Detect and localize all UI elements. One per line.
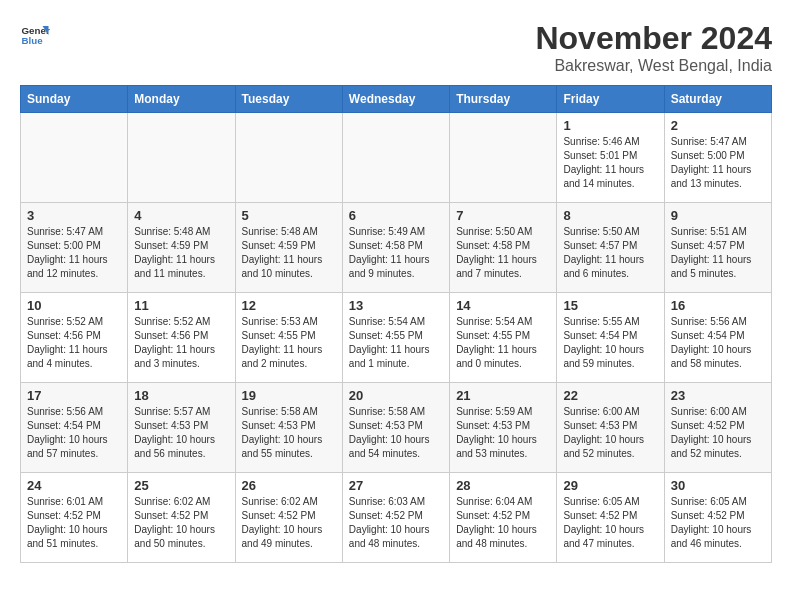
table-row: 18Sunrise: 5:57 AMSunset: 4:53 PMDayligh…: [128, 383, 235, 473]
day-info: Sunrise: 6:03 AMSunset: 4:52 PMDaylight:…: [349, 495, 443, 551]
table-row: 22Sunrise: 6:00 AMSunset: 4:53 PMDayligh…: [557, 383, 664, 473]
day-info: Sunrise: 6:02 AMSunset: 4:52 PMDaylight:…: [242, 495, 336, 551]
table-row: 24Sunrise: 6:01 AMSunset: 4:52 PMDayligh…: [21, 473, 128, 563]
table-row: 4Sunrise: 5:48 AMSunset: 4:59 PMDaylight…: [128, 203, 235, 293]
table-row: 8Sunrise: 5:50 AMSunset: 4:57 PMDaylight…: [557, 203, 664, 293]
day-number: 25: [134, 478, 228, 493]
day-number: 19: [242, 388, 336, 403]
table-row: [21, 113, 128, 203]
table-row: 10Sunrise: 5:52 AMSunset: 4:56 PMDayligh…: [21, 293, 128, 383]
day-number: 5: [242, 208, 336, 223]
day-info: Sunrise: 5:47 AMSunset: 5:00 PMDaylight:…: [27, 225, 121, 281]
calendar-header-row: Sunday Monday Tuesday Wednesday Thursday…: [21, 86, 772, 113]
day-number: 7: [456, 208, 550, 223]
table-row: 11Sunrise: 5:52 AMSunset: 4:56 PMDayligh…: [128, 293, 235, 383]
day-number: 26: [242, 478, 336, 493]
day-info: Sunrise: 5:57 AMSunset: 4:53 PMDaylight:…: [134, 405, 228, 461]
day-info: Sunrise: 5:49 AMSunset: 4:58 PMDaylight:…: [349, 225, 443, 281]
page-header: General Blue November 2024 Bakreswar, We…: [20, 20, 772, 75]
logo: General Blue: [20, 20, 50, 50]
location-title: Bakreswar, West Bengal, India: [535, 57, 772, 75]
day-number: 27: [349, 478, 443, 493]
day-info: Sunrise: 6:04 AMSunset: 4:52 PMDaylight:…: [456, 495, 550, 551]
day-info: Sunrise: 6:00 AMSunset: 4:52 PMDaylight:…: [671, 405, 765, 461]
day-info: Sunrise: 5:56 AMSunset: 4:54 PMDaylight:…: [27, 405, 121, 461]
day-info: Sunrise: 5:54 AMSunset: 4:55 PMDaylight:…: [349, 315, 443, 371]
day-info: Sunrise: 5:48 AMSunset: 4:59 PMDaylight:…: [134, 225, 228, 281]
day-info: Sunrise: 5:46 AMSunset: 5:01 PMDaylight:…: [563, 135, 657, 191]
calendar-table: Sunday Monday Tuesday Wednesday Thursday…: [20, 85, 772, 563]
day-info: Sunrise: 5:47 AMSunset: 5:00 PMDaylight:…: [671, 135, 765, 191]
header-tuesday: Tuesday: [235, 86, 342, 113]
svg-text:Blue: Blue: [22, 35, 44, 46]
calendar-week-row: 17Sunrise: 5:56 AMSunset: 4:54 PMDayligh…: [21, 383, 772, 473]
day-number: 8: [563, 208, 657, 223]
day-info: Sunrise: 5:51 AMSunset: 4:57 PMDaylight:…: [671, 225, 765, 281]
table-row: [235, 113, 342, 203]
day-number: 22: [563, 388, 657, 403]
day-number: 29: [563, 478, 657, 493]
table-row: 3Sunrise: 5:47 AMSunset: 5:00 PMDaylight…: [21, 203, 128, 293]
month-title: November 2024: [535, 20, 772, 57]
day-info: Sunrise: 5:50 AMSunset: 4:58 PMDaylight:…: [456, 225, 550, 281]
day-number: 28: [456, 478, 550, 493]
day-info: Sunrise: 6:05 AMSunset: 4:52 PMDaylight:…: [671, 495, 765, 551]
day-info: Sunrise: 6:00 AMSunset: 4:53 PMDaylight:…: [563, 405, 657, 461]
header-saturday: Saturday: [664, 86, 771, 113]
table-row: [450, 113, 557, 203]
table-row: 15Sunrise: 5:55 AMSunset: 4:54 PMDayligh…: [557, 293, 664, 383]
day-number: 15: [563, 298, 657, 313]
day-number: 20: [349, 388, 443, 403]
day-info: Sunrise: 6:02 AMSunset: 4:52 PMDaylight:…: [134, 495, 228, 551]
day-number: 17: [27, 388, 121, 403]
table-row: 28Sunrise: 6:04 AMSunset: 4:52 PMDayligh…: [450, 473, 557, 563]
day-info: Sunrise: 5:59 AMSunset: 4:53 PMDaylight:…: [456, 405, 550, 461]
day-number: 23: [671, 388, 765, 403]
day-number: 2: [671, 118, 765, 133]
day-number: 12: [242, 298, 336, 313]
table-row: 23Sunrise: 6:00 AMSunset: 4:52 PMDayligh…: [664, 383, 771, 473]
day-number: 3: [27, 208, 121, 223]
table-row: 1Sunrise: 5:46 AMSunset: 5:01 PMDaylight…: [557, 113, 664, 203]
table-row: 16Sunrise: 5:56 AMSunset: 4:54 PMDayligh…: [664, 293, 771, 383]
day-info: Sunrise: 5:48 AMSunset: 4:59 PMDaylight:…: [242, 225, 336, 281]
day-info: Sunrise: 5:58 AMSunset: 4:53 PMDaylight:…: [349, 405, 443, 461]
day-number: 30: [671, 478, 765, 493]
calendar-week-row: 10Sunrise: 5:52 AMSunset: 4:56 PMDayligh…: [21, 293, 772, 383]
table-row: 7Sunrise: 5:50 AMSunset: 4:58 PMDaylight…: [450, 203, 557, 293]
day-number: 10: [27, 298, 121, 313]
day-info: Sunrise: 5:53 AMSunset: 4:55 PMDaylight:…: [242, 315, 336, 371]
header-monday: Monday: [128, 86, 235, 113]
table-row: 29Sunrise: 6:05 AMSunset: 4:52 PMDayligh…: [557, 473, 664, 563]
table-row: 5Sunrise: 5:48 AMSunset: 4:59 PMDaylight…: [235, 203, 342, 293]
table-row: 20Sunrise: 5:58 AMSunset: 4:53 PMDayligh…: [342, 383, 449, 473]
day-info: Sunrise: 5:56 AMSunset: 4:54 PMDaylight:…: [671, 315, 765, 371]
day-info: Sunrise: 6:05 AMSunset: 4:52 PMDaylight:…: [563, 495, 657, 551]
day-info: Sunrise: 5:52 AMSunset: 4:56 PMDaylight:…: [27, 315, 121, 371]
table-row: [128, 113, 235, 203]
table-row: 25Sunrise: 6:02 AMSunset: 4:52 PMDayligh…: [128, 473, 235, 563]
table-row: 14Sunrise: 5:54 AMSunset: 4:55 PMDayligh…: [450, 293, 557, 383]
header-thursday: Thursday: [450, 86, 557, 113]
day-number: 16: [671, 298, 765, 313]
day-info: Sunrise: 5:58 AMSunset: 4:53 PMDaylight:…: [242, 405, 336, 461]
day-number: 6: [349, 208, 443, 223]
day-info: Sunrise: 5:50 AMSunset: 4:57 PMDaylight:…: [563, 225, 657, 281]
table-row: 9Sunrise: 5:51 AMSunset: 4:57 PMDaylight…: [664, 203, 771, 293]
logo-icon: General Blue: [20, 20, 50, 50]
day-info: Sunrise: 5:52 AMSunset: 4:56 PMDaylight:…: [134, 315, 228, 371]
table-row: 19Sunrise: 5:58 AMSunset: 4:53 PMDayligh…: [235, 383, 342, 473]
day-number: 13: [349, 298, 443, 313]
header-sunday: Sunday: [21, 86, 128, 113]
day-number: 21: [456, 388, 550, 403]
header-wednesday: Wednesday: [342, 86, 449, 113]
table-row: 17Sunrise: 5:56 AMSunset: 4:54 PMDayligh…: [21, 383, 128, 473]
day-number: 4: [134, 208, 228, 223]
calendar-week-row: 3Sunrise: 5:47 AMSunset: 5:00 PMDaylight…: [21, 203, 772, 293]
table-row: 30Sunrise: 6:05 AMSunset: 4:52 PMDayligh…: [664, 473, 771, 563]
day-number: 24: [27, 478, 121, 493]
day-info: Sunrise: 5:55 AMSunset: 4:54 PMDaylight:…: [563, 315, 657, 371]
table-row: 6Sunrise: 5:49 AMSunset: 4:58 PMDaylight…: [342, 203, 449, 293]
table-row: 27Sunrise: 6:03 AMSunset: 4:52 PMDayligh…: [342, 473, 449, 563]
day-number: 1: [563, 118, 657, 133]
